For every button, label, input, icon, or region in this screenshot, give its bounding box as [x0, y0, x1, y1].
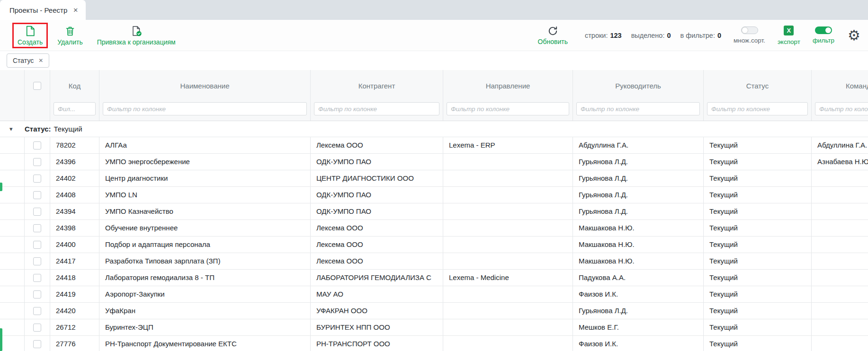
refresh-button[interactable]: Обновить — [533, 24, 573, 47]
chip-close-icon[interactable]: ✕ — [38, 57, 43, 64]
row-check-cell — [25, 220, 50, 236]
table-row[interactable]: 24408УМПО LNОДК-УМПО ПАОГурьянова Л.Д.Те… — [0, 187, 868, 203]
export-button[interactable]: X экспорт — [778, 26, 800, 45]
table-row[interactable]: 24400Подбор и адаптация персоналаЛексема… — [0, 237, 868, 253]
cell-name: УМПО энергосбережение — [99, 154, 311, 170]
create-button-label: Создать — [18, 38, 43, 46]
cell-name: Подбор и адаптация персонала — [99, 237, 311, 253]
table-row[interactable]: 24417Разработка Типовая зарплата (ЗП)Лек… — [0, 253, 868, 270]
table-row[interactable]: 24419Аэропорт-ЗакупкиМАУ АОФаизов И.К.Те… — [0, 286, 868, 303]
filter-cell-code — [50, 101, 99, 121]
toolbar-left-group: Создать Удалить Привязка к орг — [12, 23, 180, 48]
cell-status: Текущий — [704, 154, 812, 170]
cell-team — [812, 237, 868, 253]
filter-input-status[interactable] — [707, 102, 808, 115]
row-checkbox[interactable] — [33, 274, 41, 282]
filter-input-name[interactable] — [103, 102, 307, 115]
cell-team — [812, 270, 868, 286]
column-header-manager[interactable]: Руководитель — [573, 70, 704, 101]
cell-status: Текущий — [704, 286, 812, 302]
filter-chip-status[interactable]: Статус ✕ — [7, 53, 49, 68]
cell-status: Текущий — [704, 270, 812, 286]
filter-input-counterparty[interactable] — [314, 102, 439, 115]
link-organizations-button[interactable]: Привязка к организациям — [92, 23, 180, 48]
cell-direction: Lexema - Medicine — [443, 270, 573, 286]
cell-direction — [443, 253, 573, 269]
active-filters-row: Статус ✕ — [0, 51, 868, 70]
row-checkbox[interactable] — [33, 324, 41, 332]
filter-input-manager[interactable] — [576, 102, 700, 115]
multisort-toggle-icon[interactable] — [741, 26, 758, 34]
select-all-checkbox[interactable] — [33, 82, 41, 90]
filter-toggle[interactable]: фильтр — [813, 26, 834, 44]
cell-manager: Гурьянова Л.Д. — [573, 187, 704, 203]
column-header-status[interactable]: Статус — [704, 70, 812, 101]
tab-close-icon[interactable]: ✕ — [73, 7, 78, 13]
cell-code: 24394 — [50, 203, 99, 219]
row-expand-cell — [0, 137, 25, 153]
table-row[interactable]: 27776РН-Транспорт Документирование ЕКТСР… — [0, 336, 868, 351]
cell-manager: Фаизов И.К. — [573, 286, 704, 302]
cell-name: Буринтех-ЭЦП — [99, 319, 311, 335]
row-checkbox[interactable] — [33, 158, 41, 166]
settings-gear-icon[interactable]: ⚙ — [847, 28, 860, 43]
cell-status: Текущий — [704, 203, 812, 219]
delete-button[interactable]: Удалить — [53, 23, 87, 48]
table-row[interactable]: 24402Центр диагностикиЦЕНТР ДИАГНОСТИКИ … — [0, 170, 868, 187]
cell-counterparty: РН-ТРАНСПОРТ ООО — [311, 336, 443, 351]
cell-direction — [443, 203, 573, 219]
cell-counterparty: УФАКРАН ООО — [311, 303, 443, 319]
column-header-code[interactable]: Код — [50, 70, 99, 101]
filter-input-direction[interactable] — [447, 102, 569, 115]
row-expand-cell — [0, 203, 25, 219]
row-checkbox[interactable] — [33, 208, 41, 216]
group-row-status-current[interactable]: ▾ Статус: Текущий — [0, 121, 868, 137]
tab-projects-registry[interactable]: Проекты - Реестр ✕ — [0, 0, 86, 20]
row-checkbox[interactable] — [33, 290, 41, 298]
filter-toggle-icon[interactable] — [815, 26, 832, 34]
row-checkbox[interactable] — [33, 241, 41, 249]
cell-team — [812, 220, 868, 236]
multisort-toggle[interactable]: множ.сорт. — [734, 26, 765, 44]
row-expand-cell — [0, 303, 25, 319]
grid-body: 78202АЛГАаЛексема ОООLexema - ERPАбдулли… — [0, 137, 868, 351]
table-row[interactable]: 24418Лаборатория гемодиализа 8 - ТПЛАБОР… — [0, 270, 868, 286]
cell-manager: Гурьянова Л.Д. — [573, 203, 704, 219]
row-expand-cell — [0, 237, 25, 253]
column-header-team[interactable]: Команда — [812, 70, 868, 101]
cell-direction — [443, 286, 573, 302]
cell-code: 24398 — [50, 220, 99, 236]
table-row[interactable]: 24420УфаКранУФАКРАН ОООГурьянова Л.Д.Тек… — [0, 303, 868, 319]
row-checkbox[interactable] — [33, 340, 41, 348]
column-header-direction[interactable]: Направление — [443, 70, 573, 101]
row-checkbox[interactable] — [33, 307, 41, 315]
cell-manager: Падукова А.А. — [573, 270, 704, 286]
cell-status: Текущий — [704, 170, 812, 186]
cell-code: 24418 — [50, 270, 99, 286]
cell-code: 24408 — [50, 187, 99, 203]
row-checkbox[interactable] — [33, 141, 41, 149]
cell-team — [812, 203, 868, 219]
group-label: Статус: — [25, 125, 51, 133]
filter-cell-check — [25, 101, 50, 121]
collapse-group-icon[interactable]: ▾ — [9, 125, 25, 132]
row-check-cell — [25, 319, 50, 335]
row-checkbox[interactable] — [33, 257, 41, 265]
delete-button-label: Удалить — [57, 38, 82, 46]
table-row[interactable]: 26712Буринтех-ЭЦПБУРИНТЕХ НПП ОООМешков … — [0, 319, 868, 336]
cell-team — [812, 336, 868, 351]
table-row[interactable]: 24394УМПО КазначействоОДК-УМПО ПАОГурьян… — [0, 203, 868, 220]
table-row[interactable]: 24396УМПО энергосбережениеОДК-УМПО ПАОГу… — [0, 154, 868, 170]
table-row[interactable]: 78202АЛГАаЛексема ОООLexema - ERPАбдулли… — [0, 137, 868, 154]
column-header-counterparty[interactable]: Контрагент — [311, 70, 443, 101]
row-checkbox[interactable] — [33, 224, 41, 232]
filter-input-code[interactable] — [54, 102, 96, 115]
row-checkbox[interactable] — [33, 191, 41, 199]
column-header-name[interactable]: Наименование — [99, 70, 311, 101]
row-expand-cell — [0, 319, 25, 335]
create-button[interactable]: Создать — [12, 23, 48, 48]
table-row[interactable]: 24398Обучение внутреннееЛексема ОООМакша… — [0, 220, 868, 237]
cell-manager: Макшакова Н.Ю. — [573, 220, 704, 236]
row-checkbox[interactable] — [33, 175, 41, 183]
filter-input-team[interactable] — [815, 102, 868, 115]
